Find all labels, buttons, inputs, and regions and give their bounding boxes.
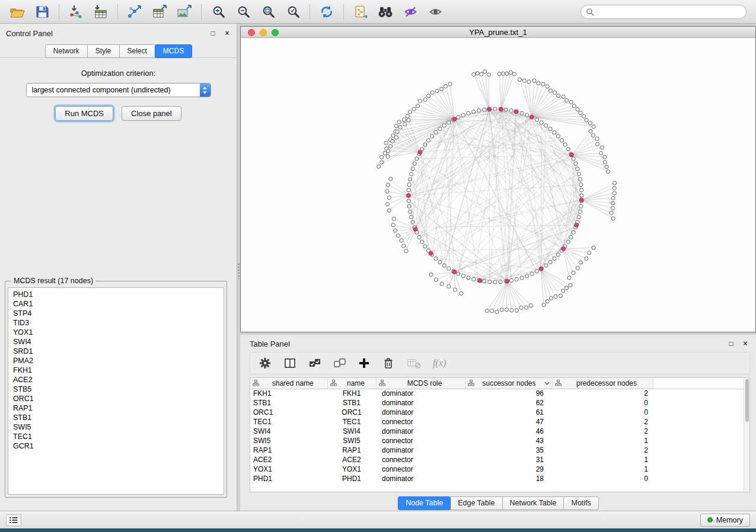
- float-panel-icon[interactable]: □: [209, 30, 216, 37]
- sort-chevron-icon[interactable]: [544, 382, 550, 385]
- zoom-selected-button[interactable]: [282, 2, 304, 22]
- table-cell: RAP1: [250, 446, 327, 455]
- mcds-result-item[interactable]: RAP1: [8, 403, 224, 413]
- column-header-name[interactable]: name: [327, 378, 376, 389]
- show-column-button[interactable]: [283, 355, 296, 371]
- mcds-result-item[interactable]: PMA2: [8, 356, 224, 366]
- import-table-icon: [93, 5, 109, 19]
- scrollbar-thumb[interactable]: [745, 379, 749, 422]
- table-row[interactable]: YOX1YOX1connector291: [250, 464, 749, 474]
- mcds-result-item[interactable]: GCR1: [8, 441, 224, 451]
- export-image-button[interactable]: [173, 2, 196, 22]
- mcds-result-item[interactable]: STB5: [8, 384, 224, 394]
- column-header-predecessor-nodes[interactable]: predecessor nodes: [552, 378, 653, 389]
- network-graph[interactable]: [241, 38, 755, 332]
- duplicate-network-button[interactable]: [349, 2, 372, 22]
- table-row[interactable]: TEC1TEC1connector472: [250, 417, 749, 427]
- zoom-fit-button[interactable]: [257, 2, 279, 22]
- mcds-result-item[interactable]: SWI4: [8, 337, 224, 347]
- find-button[interactable]: [374, 2, 397, 22]
- table-row[interactable]: ACE2ACE2connector311: [250, 455, 749, 464]
- mcds-result-item[interactable]: ACE2: [8, 375, 224, 384]
- document-share-icon: [353, 5, 368, 19]
- mcds-result-item[interactable]: ORC1: [8, 394, 224, 403]
- run-mcds-button[interactable]: Run MCDS: [55, 106, 113, 121]
- zoom-in-button[interactable]: [207, 2, 229, 22]
- table-cell: 1: [552, 436, 653, 446]
- mcds-result-item[interactable]: PHD1: [8, 290, 224, 299]
- mcds-result-item[interactable]: STP4: [8, 309, 224, 318]
- mcds-result-item[interactable]: YOX1: [8, 328, 224, 337]
- mcds-result-list[interactable]: PHD1CAR1STP4TID3YOX1SWI4SRD1PMA2FKH1ACE2…: [8, 287, 224, 495]
- network-canvas[interactable]: [241, 38, 755, 332]
- memory-button[interactable]: Memory: [700, 514, 750, 527]
- open-file-button[interactable]: [6, 2, 28, 22]
- table-cell: SWI4: [327, 427, 376, 436]
- export-table-button[interactable]: [148, 2, 171, 22]
- close-table-panel-icon[interactable]: ×: [742, 340, 749, 347]
- clear-table-button[interactable]: [407, 355, 421, 371]
- memory-status-icon: [707, 517, 713, 523]
- mcds-result-item[interactable]: STB1: [8, 413, 224, 422]
- network-window-titlebar[interactable]: YPA_prune.txt_1: [241, 27, 755, 38]
- table-row[interactable]: SWI4SWI4dominator462: [250, 427, 749, 436]
- search-field[interactable]: [580, 5, 747, 19]
- table-cell-filler: [653, 464, 749, 474]
- tab-node-table[interactable]: Node Table: [398, 496, 451, 510]
- table-row[interactable]: FKH1FKH1dominator962: [250, 389, 749, 398]
- table-row[interactable]: STB1STB1dominator620: [250, 398, 749, 408]
- delete-column-button[interactable]: [382, 355, 395, 371]
- column-header-successor-nodes[interactable]: successor nodes: [465, 378, 552, 389]
- mcds-result-item[interactable]: SWI5: [8, 422, 224, 432]
- maximize-window-button[interactable]: [272, 29, 279, 36]
- search-input[interactable]: [597, 6, 746, 18]
- zoom-out-button[interactable]: [232, 2, 254, 22]
- tab-network[interactable]: Network: [45, 44, 88, 58]
- close-panel-icon[interactable]: ×: [224, 30, 231, 37]
- deselect-all-button[interactable]: [333, 355, 346, 371]
- table-row[interactable]: RAP1RAP1dominator352: [250, 446, 749, 455]
- export-network-button[interactable]: [123, 2, 146, 22]
- table-scrollbar[interactable]: [744, 378, 749, 492]
- table-row[interactable]: ORC1ORC1dominator610: [250, 408, 749, 417]
- optimization-criterion-select[interactable]: largest connected component (undirected): [26, 83, 211, 97]
- tab-select[interactable]: Select: [119, 44, 155, 58]
- select-all-button[interactable]: [308, 355, 321, 371]
- toggle-bird-eye-view-button[interactable]: [424, 2, 446, 22]
- tab-motifs[interactable]: Motifs: [563, 496, 598, 510]
- add-column-button[interactable]: [358, 355, 370, 371]
- network-nodes[interactable]: [377, 70, 617, 314]
- tab-mcds[interactable]: MCDS: [155, 44, 192, 58]
- tab-style[interactable]: Style: [87, 44, 120, 58]
- table-row[interactable]: SWI5SWI5connector431: [250, 436, 749, 446]
- column-header-shared-name[interactable]: shared name: [250, 378, 327, 389]
- column-header-mcds-role[interactable]: MCDS role: [376, 378, 465, 389]
- import-network-button[interactable]: [65, 2, 87, 22]
- mcds-result-item[interactable]: TID3: [8, 318, 224, 328]
- show-panels-button[interactable]: [6, 514, 21, 526]
- mcds-result-item[interactable]: CAR1: [8, 299, 224, 309]
- table-cell-filler: [653, 446, 749, 455]
- mcds-result-item[interactable]: SRD1: [8, 347, 224, 356]
- close-window-button[interactable]: [248, 29, 255, 36]
- import-table-button[interactable]: [90, 2, 112, 22]
- tab-edge-table[interactable]: Edge Table: [450, 496, 502, 510]
- tab-network-table[interactable]: Network Table: [502, 496, 564, 510]
- table-cell: TEC1: [250, 417, 327, 427]
- minimize-window-button[interactable]: [260, 29, 267, 36]
- table-header-row: shared name: [250, 378, 749, 389]
- float-table-panel-icon[interactable]: □: [728, 340, 735, 347]
- toolbar-separator: [201, 4, 202, 20]
- toggle-graphics-details-button[interactable]: [399, 2, 422, 22]
- function-builder-button[interactable]: f(x): [433, 358, 446, 368]
- checked-boxes-icon: [308, 357, 321, 369]
- table-row[interactable]: PHD1PHD1dominator180: [250, 474, 749, 483]
- save-session-button[interactable]: [31, 2, 53, 22]
- mcds-result-item[interactable]: TEC1: [8, 432, 224, 441]
- table-settings-button[interactable]: [259, 355, 272, 371]
- mcds-result-item[interactable]: FKH1: [8, 366, 224, 375]
- splitter-handle[interactable]: [238, 264, 240, 279]
- refresh-layout-button[interactable]: [315, 2, 338, 22]
- close-panel-button[interactable]: Close panel: [122, 106, 181, 121]
- table-cell-filler: [653, 417, 749, 427]
